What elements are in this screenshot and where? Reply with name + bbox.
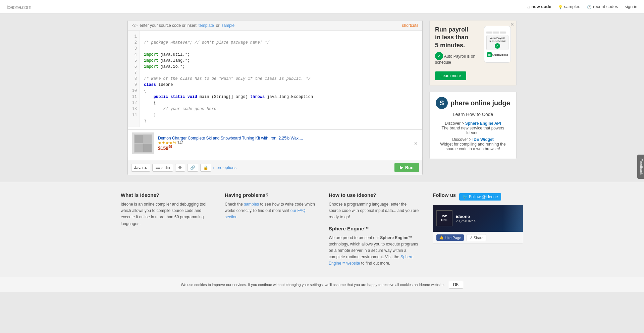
- ad-price-whole: 159: [161, 146, 168, 151]
- main-nav: new code samples recent codes sign in: [527, 4, 637, 9]
- fb-like-btn[interactable]: 👍 Like Page: [436, 234, 464, 241]
- having-problems-text-after: .: [237, 215, 238, 219]
- line-numbers: 1 2 3 4 5 6 7 8 9 10 11 12 13 14: [128, 31, 140, 127]
- twitter-follow-btn[interactable]: 🐦 Follow @ideone: [459, 193, 501, 201]
- bottom-inner: What is Ideone? Ideone is an online comp…: [121, 192, 523, 267]
- cookie-ok-btn[interactable]: OK: [449, 281, 463, 289]
- quickbooks-ad: ✕ Run payroll in less than 5 minutes. ✓ …: [429, 20, 517, 86]
- sphere-subtitle: Learn How to Code: [435, 112, 511, 117]
- ad-price: $15999: [158, 146, 172, 151]
- learn-more-btn[interactable]: Learn more: [435, 71, 466, 80]
- run-label: Run: [405, 165, 414, 170]
- ad-banner-inner: ✕ Run payroll in less than 5 minutes. ✓ …: [430, 20, 516, 86]
- twitter-icon: 🐦: [463, 195, 468, 199]
- stdin-btn[interactable]: ≡ stdin: [152, 164, 173, 172]
- sphere-link-text: Sphere Engine™: [380, 235, 412, 240]
- or-text: or: [216, 23, 220, 28]
- dropdown-arrow-icon: ▲: [144, 166, 147, 169]
- line-num-13: 13: [130, 106, 137, 112]
- fb-share-icon: ↗: [470, 235, 473, 240]
- discover-row-2: Discover > IDE Widget Widget for compili…: [435, 137, 511, 151]
- editor-container: </> enter your source code or insert tem…: [127, 20, 423, 175]
- sphere-s-icon: S: [436, 97, 448, 109]
- ide-widget-link[interactable]: IDE Widget: [473, 137, 494, 142]
- nav-new-code[interactable]: new code: [527, 4, 551, 9]
- fb-share-btn[interactable]: ↗ Share: [467, 234, 486, 241]
- ad-rating-count: 141: [177, 141, 184, 145]
- ad-price-dec: 99: [168, 145, 172, 149]
- editor-section: </> enter your source code or insert tem…: [127, 20, 423, 175]
- logo-main: ideone: [7, 4, 21, 10]
- nav-sign-in[interactable]: sign in: [625, 4, 637, 9]
- run-button[interactable]: ▶ Run: [394, 163, 419, 172]
- nav-samples-label: samples: [564, 4, 580, 9]
- ad-subtitle: ✓ Auto Payroll is on schedule: [435, 52, 481, 65]
- fb-ideone-likes: 23,258 likes: [456, 219, 476, 223]
- nav-recent-codes[interactable]: recent codes: [587, 4, 618, 9]
- visibility-btn[interactable]: 👁: [175, 164, 185, 172]
- svg-rect-2: [143, 135, 152, 143]
- code-content[interactable]: /* package whatever; // don't place pack…: [140, 31, 422, 127]
- ad-banner-close-btn[interactable]: ✕: [510, 22, 514, 27]
- having-problems-heading: Having problems?: [225, 192, 315, 198]
- ad-check: ✓: [435, 52, 443, 60]
- language-selector[interactable]: Java ▲: [131, 164, 150, 172]
- fb-card-image: IDEONE ideone 23,258 likes: [433, 205, 523, 232]
- logo-ext: .com: [21, 4, 31, 10]
- ad-product-title[interactable]: Demon Charger Complete Ski and Snowboard…: [158, 136, 303, 141]
- line-num-4: 4: [130, 52, 137, 58]
- main-content: </> enter your source code or insert tem…: [121, 13, 523, 182]
- follow-us-col: Follow us 🐦 Follow @ideone IDEONE ideone…: [433, 192, 523, 267]
- feedback-tab[interactable]: Feedback: [637, 154, 644, 178]
- eye-icon: 👁: [178, 165, 182, 170]
- fb-thumb-icon: 👍: [439, 235, 444, 240]
- editor-header-left: </> enter your source code or insert tem…: [132, 23, 234, 28]
- link-icon: 🔗: [190, 165, 195, 170]
- template-link[interactable]: template: [199, 23, 214, 28]
- fb-share-label: Share: [474, 236, 483, 240]
- discover-row-1: Discover > Sphere Engine API The brand n…: [435, 121, 511, 135]
- line-num-6: 6: [130, 64, 137, 70]
- sample-link[interactable]: sample: [221, 23, 234, 28]
- sphere-engine-api-link[interactable]: Sphere Engine API: [465, 121, 501, 126]
- logo: ideone.com: [7, 2, 31, 11]
- line-num-5: 5: [130, 58, 137, 64]
- line-num-14: 14: [130, 112, 137, 118]
- code-editor[interactable]: 1 2 3 4 5 6 7 8 9 10 11 12 13 14 /* pack…: [128, 31, 422, 127]
- how-to-use-text: Choose a programming language, enter the…: [329, 201, 419, 221]
- line-num-2: 2: [130, 40, 137, 46]
- sphere-text-after: to find out more.: [360, 261, 390, 266]
- feedback-label: Feedback: [639, 158, 643, 174]
- clock-icon: [587, 4, 592, 9]
- sphere-engine-text: We are proud to present our Sphere Engin…: [329, 235, 419, 267]
- more-options-link[interactable]: more options: [213, 165, 236, 170]
- editor-placeholder-text: enter your source code or insert: [140, 23, 196, 28]
- how-to-use-col: How to use Ideone? Choose a programming …: [329, 192, 419, 267]
- link-btn[interactable]: 🔗: [187, 164, 198, 172]
- nav-new-code-label: new code: [531, 4, 551, 9]
- cookie-text: We use cookies to improve our services. …: [181, 283, 444, 287]
- fb-ideone-logo: IDEONE: [436, 210, 452, 226]
- sphere-title: phere online judge: [450, 99, 510, 107]
- line-num-1: 1: [130, 34, 137, 40]
- editor-header: </> enter your source code or insert tem…: [128, 20, 422, 31]
- fb-ideone-name: ideone: [456, 214, 476, 219]
- svg-rect-4: [143, 144, 152, 152]
- nav-samples[interactable]: samples: [558, 4, 580, 9]
- line-num-11: 11: [130, 94, 137, 100]
- stdin-icon: ≡: [155, 165, 160, 170]
- sphere-engine-heading: Sphere Engine™: [329, 226, 419, 231]
- facebook-card: IDEONE ideone 23,258 likes 👍 Like Page ↗: [433, 205, 523, 243]
- having-problems-text: Check the samples to see how to write co…: [225, 201, 315, 221]
- fb-card-footer: 👍 Like Page ↗ Share: [433, 232, 523, 243]
- follow-header: Follow us 🐦 Follow @ideone: [433, 192, 523, 201]
- bottom-section: What is Ideone? Ideone is an online comp…: [0, 182, 644, 277]
- bulb-icon: [558, 4, 563, 9]
- ad-close-btn[interactable]: ✕: [414, 141, 418, 146]
- language-label: Java: [134, 165, 143, 170]
- line-num-8: 8: [130, 76, 137, 82]
- shortcuts-link[interactable]: shortcuts: [402, 23, 418, 28]
- lock-btn[interactable]: 🔒: [200, 164, 211, 172]
- samples-link[interactable]: samples: [244, 202, 259, 207]
- having-problems-text-before: Check the: [225, 202, 244, 207]
